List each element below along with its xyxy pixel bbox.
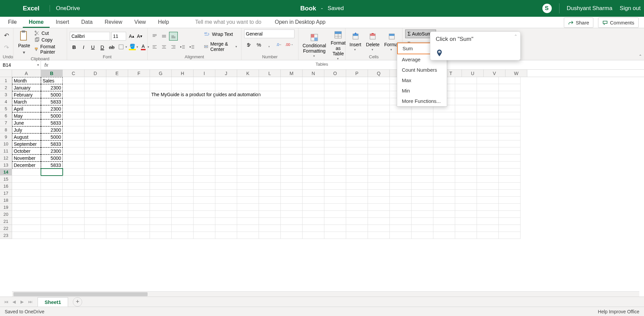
cell-E2[interactable] (106, 84, 128, 91)
cell-L13[interactable] (259, 162, 281, 169)
cell-C5[interactable] (63, 105, 85, 112)
cell-Q16[interactable] (368, 183, 390, 190)
cell-E21[interactable] (106, 218, 128, 225)
app-name[interactable]: Excel (23, 5, 40, 12)
cell-G20[interactable] (150, 211, 172, 218)
cell-W21[interactable] (499, 218, 521, 225)
cell-H7[interactable] (172, 119, 194, 126)
cell-U10[interactable] (455, 140, 477, 147)
cell-L23[interactable] (259, 232, 281, 239)
comments-button[interactable]: Comments (598, 17, 639, 28)
cell-O22[interactable] (324, 225, 346, 232)
cell-U8[interactable] (455, 126, 477, 133)
cell-K8[interactable] (237, 126, 259, 133)
cell-A1[interactable]: Month (12, 77, 41, 84)
cell-K9[interactable] (237, 133, 259, 140)
collapse-ribbon-icon[interactable]: ⌃ (639, 54, 642, 59)
cell-V19[interactable] (477, 204, 499, 211)
align-top-button[interactable] (150, 32, 159, 41)
cell-O7[interactable] (324, 119, 346, 126)
row-header-23[interactable]: 23 (0, 232, 12, 239)
cell-T22[interactable] (433, 225, 455, 232)
cell-S14[interactable] (412, 169, 433, 176)
cell-I20[interactable] (194, 211, 215, 218)
cell-T19[interactable] (433, 204, 455, 211)
cell-E4[interactable] (106, 98, 128, 105)
cell-I9[interactable] (194, 133, 215, 140)
cell-N3[interactable] (303, 91, 324, 98)
cell-Q10[interactable] (368, 140, 390, 147)
cell-M15[interactable] (281, 176, 303, 183)
cell-A16[interactable] (12, 183, 41, 190)
row-header-7[interactable]: 7 (0, 119, 12, 126)
cell-O17[interactable] (324, 190, 346, 197)
cell-P3[interactable] (346, 91, 368, 98)
cells-area[interactable]: MonthSalesJanuary2300February5000The MyG… (12, 77, 644, 239)
cell-F22[interactable] (128, 225, 150, 232)
cell-D6[interactable] (85, 112, 106, 119)
cell-V1[interactable] (477, 77, 499, 84)
cell-K1[interactable] (237, 77, 259, 84)
cell-J17[interactable] (215, 190, 237, 197)
cell-O14[interactable] (324, 169, 346, 176)
cell-G12[interactable] (150, 154, 172, 162)
cell-H17[interactable] (172, 190, 194, 197)
select-all-corner[interactable] (0, 70, 12, 77)
cell-E9[interactable] (106, 133, 128, 140)
cell-L17[interactable] (259, 190, 281, 197)
cell-B10[interactable]: 5833 (41, 140, 63, 147)
cell-G15[interactable] (150, 176, 172, 183)
chevron-down-icon[interactable]: ▾ (36, 63, 41, 67)
cell-L1[interactable] (259, 77, 281, 84)
row-header-5[interactable]: 5 (0, 105, 12, 112)
cell-R17[interactable] (390, 190, 412, 197)
cell-K15[interactable] (237, 176, 259, 183)
cell-E16[interactable] (106, 183, 128, 190)
cell-H16[interactable] (172, 183, 194, 190)
menu-item-more[interactable]: More Functions... (397, 96, 447, 106)
percent-button[interactable]: % (254, 40, 264, 49)
cell-W7[interactable] (499, 119, 521, 126)
cell-U12[interactable] (455, 154, 477, 162)
row-header-13[interactable]: 13 (0, 162, 12, 169)
cell-O10[interactable] (324, 140, 346, 147)
cell-H10[interactable] (172, 140, 194, 147)
cell-B6[interactable]: 5000 (41, 112, 63, 119)
cell-L7[interactable] (259, 119, 281, 126)
cell-F11[interactable] (128, 147, 150, 154)
comma-button[interactable]: , (264, 40, 274, 49)
user-name[interactable]: Dushyant Sharma (567, 5, 612, 12)
align-middle-button[interactable] (160, 32, 168, 41)
cell-O15[interactable] (324, 176, 346, 183)
chevron-down-icon[interactable]: ▾ (235, 45, 237, 48)
cell-G7[interactable] (150, 119, 172, 126)
cell-C21[interactable] (63, 218, 85, 225)
cell-W22[interactable] (499, 225, 521, 232)
col-header-h[interactable]: H (172, 70, 194, 77)
cell-M23[interactable] (281, 232, 303, 239)
italic-button[interactable]: I (79, 43, 88, 51)
cell-L14[interactable] (259, 169, 281, 176)
cell-G11[interactable] (150, 147, 172, 154)
cell-D14[interactable] (85, 169, 106, 176)
cell-M4[interactable] (281, 98, 303, 105)
cell-Q5[interactable] (368, 105, 390, 112)
increase-decimal-button[interactable]: .0← (274, 40, 284, 49)
cell-K18[interactable] (237, 197, 259, 204)
cell-A14[interactable] (12, 169, 41, 176)
cell-F12[interactable] (128, 154, 150, 162)
cell-V8[interactable] (477, 126, 499, 133)
cell-G23[interactable] (150, 232, 172, 239)
cell-D17[interactable] (85, 190, 106, 197)
cell-M20[interactable] (281, 211, 303, 218)
cell-R22[interactable] (390, 225, 412, 232)
row-header-11[interactable]: 11 (0, 147, 12, 154)
cell-F10[interactable] (128, 140, 150, 147)
cell-D18[interactable] (85, 197, 106, 204)
cell-I10[interactable] (194, 140, 215, 147)
cell-M8[interactable] (281, 126, 303, 133)
cell-G19[interactable] (150, 204, 172, 211)
cell-U1[interactable] (455, 77, 477, 84)
cell-J5[interactable] (215, 105, 237, 112)
horizontal-scrollbar[interactable] (12, 291, 639, 297)
